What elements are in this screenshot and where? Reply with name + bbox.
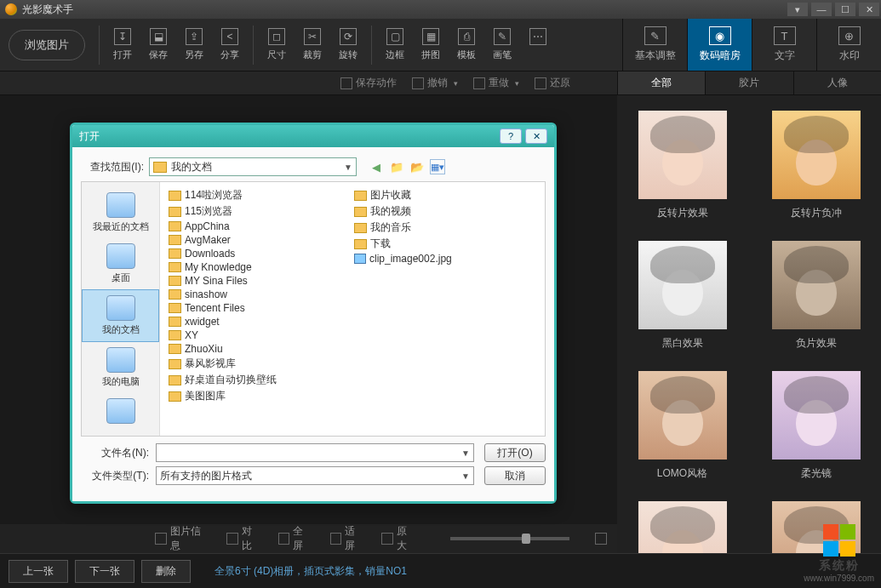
tool-边框[interactable]: ▢边框 <box>377 25 413 65</box>
数码暗房-icon: ◉ <box>709 26 731 45</box>
tool-more[interactable]: ⋯ <box>520 25 556 65</box>
restore-icon <box>535 77 546 89</box>
tool-保存[interactable]: ⬓保存 <box>140 25 176 65</box>
filetype-dropdown[interactable]: 所有支持的图片格式▼ <box>156 466 474 485</box>
file-item[interactable]: 115浏览器 <box>167 203 352 220</box>
app-logo-icon <box>5 3 17 15</box>
tool-模板-icon: ⎙ <box>458 28 475 45</box>
dialog-cancel-button[interactable]: 取消 <box>484 466 546 485</box>
right-tab-水印[interactable]: ⊕水印 <box>816 19 881 71</box>
effect-thumb <box>638 501 727 553</box>
tool-模板[interactable]: ⎙模板 <box>449 25 484 65</box>
file-item[interactable]: 我的视频 <box>352 203 538 220</box>
dialog-close-button[interactable]: ✕ <box>525 128 547 144</box>
folder-icon <box>169 221 181 231</box>
redo-button[interactable]: 重做▾ <box>473 76 519 90</box>
file-item[interactable]: XY <box>167 328 352 342</box>
file-item[interactable]: 好桌道自动切换壁纸 <box>167 372 352 388</box>
subtab-人像[interactable]: 人像 <box>793 71 881 94</box>
file-item[interactable]: AppChina <box>167 220 352 233</box>
lookfor-label: 查找范围(I): <box>81 160 149 174</box>
effect-负片效果[interactable]: 负片效果 <box>761 241 871 351</box>
file-item[interactable]: 暴风影视库 <box>167 356 352 372</box>
folder-icon <box>169 375 181 385</box>
tool-拼图[interactable]: ▦拼图 <box>413 25 449 65</box>
bottom-tool-原大[interactable]: 原大 <box>381 524 416 553</box>
file-item[interactable]: 114啦浏览器 <box>167 187 352 203</box>
close-window-button[interactable]: ✕ <box>859 3 879 16</box>
file-item[interactable]: 我的音乐 <box>352 220 538 236</box>
file-item[interactable]: My Knowledge <box>167 260 352 274</box>
lookfor-dropdown[interactable]: 我的文档 ▼ <box>149 157 357 176</box>
tool-裁剪-icon: ✂ <box>304 28 321 45</box>
tool-分享-icon: < <box>221 28 238 45</box>
dialog-open-button[interactable]: 打开(O) <box>484 443 546 462</box>
window-menu-button[interactable]: ▾ <box>787 3 808 16</box>
watermark-text: 系统粉 <box>819 558 860 574</box>
right-tab-基本调整[interactable]: ✎基本调整 <box>622 19 687 71</box>
filename-input[interactable]: ▼ <box>156 443 474 462</box>
tool-另存[interactable]: ⇪另存 <box>176 25 212 65</box>
file-item[interactable]: 下载 <box>352 236 538 252</box>
prev-button[interactable]: 上一张 <box>9 560 68 583</box>
delete-button[interactable]: 删除 <box>141 560 191 583</box>
bottom-tool-对比[interactable]: 对比 <box>226 524 261 553</box>
view-menu-icon[interactable]: ▦▾ <box>430 159 445 174</box>
file-item[interactable]: MY Sina Files <box>167 274 352 288</box>
file-item[interactable]: ZhuoXiu <box>167 342 352 356</box>
file-item[interactable]: Downloads <box>167 247 352 260</box>
up-folder-icon[interactable]: 📁 <box>389 159 404 174</box>
folder-icon <box>169 391 181 402</box>
file-item[interactable]: clip_image002.jpg <box>352 252 538 265</box>
bottom-tool-全屏[interactable]: 全屏 <box>278 524 313 553</box>
new-folder-icon[interactable]: 📂 <box>409 159 425 174</box>
tool-旋转[interactable]: ⟳旋转 <box>330 25 366 65</box>
effect-黑白效果[interactable]: 黑白效果 <box>627 241 737 351</box>
right-tab-文字[interactable]: T文字 <box>752 19 816 71</box>
tool-画笔[interactable]: ✎画笔 <box>484 25 520 65</box>
file-item[interactable]: 图片收藏 <box>352 187 538 203</box>
file-item[interactable]: Tencent Files <box>167 301 352 315</box>
next-button[interactable]: 下一张 <box>75 560 134 583</box>
undo-button[interactable]: 撤销▾ <box>412 76 458 90</box>
tool-打开[interactable]: ↧打开 <box>105 25 140 65</box>
sidebar-place-我的电脑[interactable]: 我的电脑 <box>82 342 159 393</box>
save-action-button[interactable]: 保存动作 <box>340 76 397 90</box>
minimize-button[interactable]: — <box>811 3 832 16</box>
browse-images-button[interactable]: 浏览图片 <box>9 30 85 60</box>
maximize-button[interactable]: ☐ <box>835 3 855 16</box>
bottom-tool-图片信息[interactable]: 图片信息 <box>155 524 209 553</box>
sidebar-place-我的文档[interactable]: 我的文档 <box>82 289 159 342</box>
chevron-down-icon: ▼ <box>461 471 470 481</box>
effect-thumb <box>638 371 727 460</box>
基本调整-icon: ✎ <box>644 26 666 45</box>
sidebar-place-我最近的文档[interactable]: 我最近的文档 <box>82 187 159 238</box>
file-item[interactable]: xwidget <box>167 315 352 328</box>
effect-LOMO风格[interactable]: LOMO风格 <box>627 371 737 481</box>
effect-preview[interactable] <box>627 501 737 553</box>
tool-尺寸[interactable]: ◻尺寸 <box>259 25 295 65</box>
sidebar-place-net[interactable] <box>82 393 159 431</box>
file-item[interactable]: sinashow <box>167 288 352 301</box>
effect-柔光镜[interactable]: 柔光镜 <box>761 371 871 481</box>
bottom-tool-适屏[interactable]: 适屏 <box>330 524 365 553</box>
wm-blue <box>823 541 838 557</box>
slider-thumb[interactable] <box>522 534 530 544</box>
tool-裁剪[interactable]: ✂裁剪 <box>295 25 330 65</box>
file-item[interactable]: AvgMaker <box>167 233 352 247</box>
folder-icon <box>169 317 181 327</box>
zoom-slider[interactable] <box>450 537 569 540</box>
effect-反转片负冲[interactable]: 反转片负冲 <box>761 111 871 220</box>
file-item[interactable]: 美图图库 <box>167 388 352 404</box>
tool-分享[interactable]: <分享 <box>212 25 248 65</box>
dialog-titlebar[interactable]: 打开 ? ✕ <box>72 125 554 147</box>
zoom-in-icon[interactable] <box>595 533 607 545</box>
back-icon[interactable]: ◀ <box>369 159 384 174</box>
subtab-全部[interactable]: 全部 <box>617 71 705 94</box>
effect-反转片效果[interactable]: 反转片效果 <box>627 111 737 220</box>
restore-button[interactable]: 还原 <box>535 76 570 90</box>
right-tab-数码暗房[interactable]: ◉数码暗房 <box>687 19 752 71</box>
dialog-help-button[interactable]: ? <box>500 128 522 144</box>
sidebar-place-桌面[interactable]: 桌面 <box>82 238 159 289</box>
subtab-胶片[interactable]: 胶片 <box>705 71 792 94</box>
